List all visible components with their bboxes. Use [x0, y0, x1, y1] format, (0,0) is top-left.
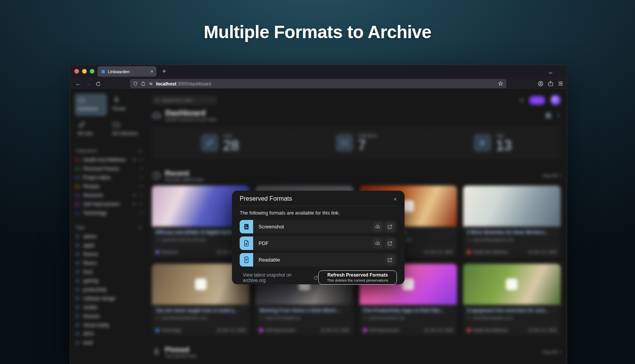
sidebar-collection-item[interactable]: Recipes	[75, 182, 142, 191]
sidebar-tag-item[interactable]: # work	[75, 338, 142, 347]
kebab-menu-icon[interactable]: ⋯	[345, 308, 349, 312]
collection-tag[interactable]: Research	[156, 250, 178, 254]
link-icon	[363, 316, 367, 320]
link-title[interactable]: Working From Home is Both Weird and La..…	[259, 308, 342, 313]
collection-tag[interactable]: Self Improvement	[363, 328, 399, 332]
link-title[interactable]: 8 equipment free exercises for sculpting…	[467, 308, 550, 313]
sidebar-tag-item[interactable]: # gaming	[75, 276, 142, 285]
sidebar-tag-item[interactable]: # food	[75, 267, 142, 276]
link-title[interactable]: 5 Wrist Stretches for Desk Workers to Do…	[467, 230, 550, 235]
kebab-menu-icon[interactable]: ⋯	[241, 308, 245, 312]
sidebar-tag-item[interactable]: # apple	[75, 241, 142, 250]
sidebar-collection-item[interactable]: Project Alpha	[75, 173, 142, 182]
tab-close-icon[interactable]: ×	[150, 69, 153, 74]
sidebar-tile-all-collections[interactable]: All Collections	[109, 118, 142, 141]
maximize-window-button[interactable]	[90, 69, 94, 74]
permissions-icon[interactable]	[148, 81, 153, 86]
link-title[interactable]: You are never taught how to build qualit…	[156, 308, 239, 313]
sidebar-tile-dashboard[interactable]: Dashboard	[75, 94, 107, 116]
pinned-view-all-link[interactable]: View All	[543, 350, 561, 354]
sidebar-tag-item[interactable]: # WFH	[75, 329, 142, 338]
refresh-preserved-formats-button[interactable]: Refresh Preserved Formats This deletes t…	[318, 270, 397, 285]
search-input[interactable]	[162, 98, 208, 102]
layout-grid-icon[interactable]	[545, 112, 552, 119]
new-link-button[interactable]: +	[529, 96, 545, 105]
sidebar-tag-item[interactable]: # fitness	[75, 258, 142, 267]
open-pdf-button[interactable]	[385, 238, 395, 248]
back-button[interactable]: ←	[73, 80, 83, 87]
sidebar-tag-item[interactable]: # advice	[75, 232, 142, 241]
sidebar-tag-item[interactable]: # productivity	[75, 285, 142, 294]
address-bar[interactable]: localhost:3000/dashboard	[130, 79, 506, 88]
tags-header[interactable]: Tags	[76, 225, 141, 230]
sidebar-tag-item[interactable]: # finance	[75, 250, 142, 258]
minimize-window-button[interactable]	[82, 69, 87, 74]
collection-tag[interactable]: Health And Wellness	[467, 328, 508, 332]
sidebar-collection-item[interactable]: Self Improvement	[75, 200, 142, 208]
link-card[interactable]: 8 equipment free exercises for sculpting…	[463, 264, 561, 336]
menu-hamburger-icon[interactable]	[558, 81, 564, 87]
sidebar-collection-item[interactable]: Personal Finance	[75, 164, 142, 173]
hash-icon: #	[75, 296, 80, 301]
kebab-menu-icon[interactable]: ⋯	[552, 230, 557, 234]
tag-name: productivity	[83, 287, 142, 292]
collapse-chevron-icon[interactable]	[558, 114, 561, 117]
chevron-right-icon	[139, 211, 142, 214]
chevron-right-icon	[139, 167, 142, 170]
tracking-protection-shield-icon[interactable]	[133, 81, 138, 86]
sidebar-tag-item[interactable]: # studies	[75, 303, 142, 312]
theme-toggle-icon[interactable]	[520, 99, 524, 102]
url-host: localhost	[156, 81, 176, 87]
link-card[interactable]: 5 Wrist Stretches for Desk Workers to Do…	[463, 186, 561, 258]
page-info-icon[interactable]	[141, 81, 146, 86]
calendar-icon	[528, 250, 533, 254]
sidebar-tag-item[interactable]: # software design	[75, 294, 142, 303]
account-icon[interactable]	[538, 81, 544, 87]
bookmark-star-icon[interactable]	[498, 81, 503, 86]
browser-tab[interactable]: ⛓ Linkwarden ×	[97, 66, 156, 77]
link-date: Dec 31, 2023	[528, 328, 557, 332]
sidebar-collection-item[interactable]: Health And Wellness	[75, 155, 142, 164]
close-window-button[interactable]	[74, 69, 79, 74]
link-title[interactable]: Five Productivity Apps to Kick Start the…	[363, 308, 446, 313]
collection-tag[interactable]: Self Improvement	[259, 328, 295, 332]
share-icon[interactable]	[548, 81, 554, 87]
archive-org-link[interactable]: View latest snapshot on archive.org	[243, 272, 318, 283]
link-icon	[78, 121, 86, 129]
folder-icon	[75, 201, 80, 207]
open-screenshot-button[interactable]	[385, 222, 395, 232]
calendar-icon	[217, 250, 221, 254]
dashboard-title: Dashboard	[165, 109, 217, 117]
download-screenshot-button[interactable]	[373, 222, 383, 232]
download-pdf-button[interactable]	[373, 238, 383, 248]
reload-button[interactable]	[93, 80, 103, 87]
open-readable-button[interactable]	[385, 255, 395, 265]
link-date: Dec 31, 2023	[321, 328, 349, 332]
sidebar-tile-all-links[interactable]: All Links	[75, 118, 107, 141]
collection-name: Self Improvement	[83, 201, 129, 207]
kebab-menu-icon[interactable]: ⋯	[449, 230, 453, 234]
url-path: :3000/dashboard	[176, 81, 211, 87]
collections-header[interactable]: Collections	[76, 148, 141, 153]
sidebar-tile-pinned[interactable]: Pinned	[109, 94, 142, 116]
kebab-menu-icon[interactable]: ⋯	[552, 308, 557, 312]
forward-button[interactable]: →	[83, 80, 93, 87]
link-title[interactable]: Efficacy and pitfalls of digital technol…	[156, 230, 239, 235]
stat-links: Links 28	[152, 134, 288, 153]
avatar[interactable]	[551, 95, 561, 105]
sidebar-collection-item[interactable]: Research	[75, 191, 142, 200]
collection-tag[interactable]: Technology	[156, 328, 181, 332]
new-tab-button[interactable]: +	[160, 68, 168, 75]
close-icon[interactable]: ×	[393, 196, 397, 202]
sidebar-tag-item[interactable]: # virtual reality	[75, 320, 142, 329]
hash-icon: #	[75, 322, 80, 328]
sidebar-collection-item[interactable]: Technology	[75, 208, 142, 217]
sidebar-tag-item[interactable]: # theories	[75, 312, 142, 320]
recent-view-all-link[interactable]: View All	[543, 173, 561, 178]
tag-name: WFH	[83, 331, 142, 337]
search-bar[interactable]	[152, 96, 217, 105]
kebab-menu-icon[interactable]: ⋯	[449, 308, 453, 312]
tab-list-chevron-icon[interactable]	[549, 69, 551, 75]
collection-tag[interactable]: Health And Wellness	[467, 250, 508, 254]
tag-name: food	[83, 269, 142, 275]
